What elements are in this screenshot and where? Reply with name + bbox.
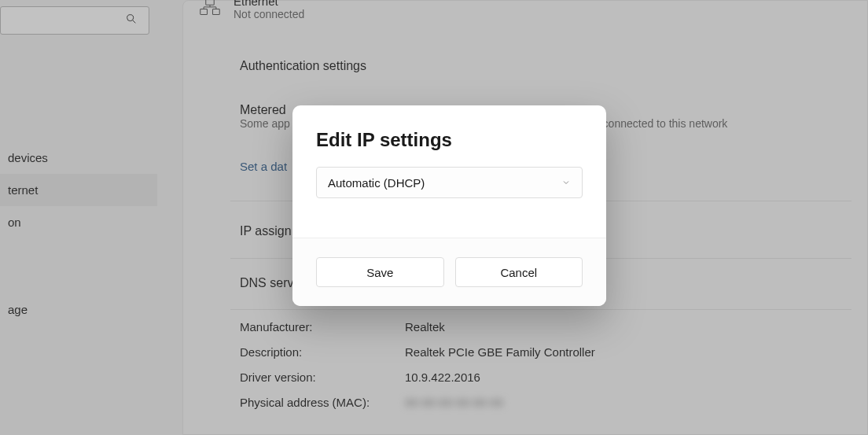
modal-footer: Save Cancel — [292, 238, 606, 306]
save-button[interactable]: Save — [316, 257, 444, 287]
modal-body: Edit IP settings Automatic (DHCP) — [292, 105, 606, 238]
dropdown-value: Automatic (DHCP) — [328, 176, 425, 190]
ip-mode-dropdown[interactable]: Automatic (DHCP) — [316, 167, 583, 198]
edit-ip-modal: Edit IP settings Automatic (DHCP) Save C… — [292, 105, 606, 306]
chevron-down-icon — [561, 176, 571, 190]
modal-title: Edit IP settings — [316, 129, 583, 151]
cancel-button[interactable]: Cancel — [455, 257, 583, 287]
